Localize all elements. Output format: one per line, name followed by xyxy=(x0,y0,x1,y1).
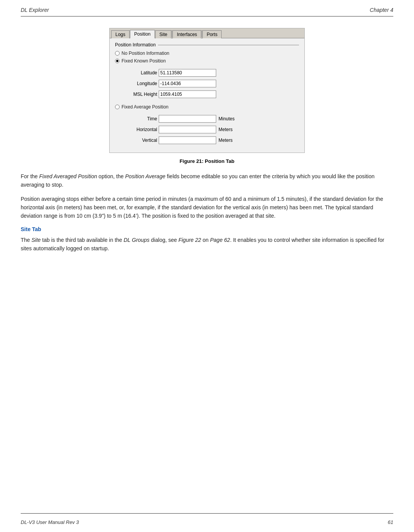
label-vertical: Vertical xyxy=(123,138,157,143)
header-right: Chapter 4 xyxy=(370,7,393,13)
site-tab-heading: Site Tab xyxy=(21,226,393,232)
input-latitude[interactable] xyxy=(159,69,216,77)
radio-circle-fixed-average[interactable] xyxy=(115,105,120,109)
label-longitude: Longitude xyxy=(123,81,157,86)
input-msl-height[interactable] xyxy=(159,90,216,98)
italic-fixed-averaged-position: Fixed Averaged Position xyxy=(39,173,97,179)
radio-circle-fixed-known[interactable] xyxy=(115,59,120,63)
input-horizontal[interactable] xyxy=(159,126,216,133)
radio-label-fixed-average: Fixed Average Position xyxy=(122,104,169,110)
input-time[interactable] xyxy=(159,115,216,123)
para-1: For the Fixed Averaged Position option, … xyxy=(21,172,393,189)
header-left: DL Explorer xyxy=(21,7,49,13)
section-header-position: Position Information xyxy=(115,42,299,48)
tab-separator xyxy=(172,30,172,37)
field-row-longitude: Longitude xyxy=(115,80,299,87)
tab-ports[interactable]: Ports xyxy=(202,30,222,38)
radio-label-fixed-known: Fixed Known Position xyxy=(122,58,166,64)
page-header: DL Explorer Chapter 4 xyxy=(0,0,414,16)
radio-fixed-average[interactable]: Fixed Average Position xyxy=(115,104,299,110)
tab-separator-2 xyxy=(202,30,202,37)
spacer-3 xyxy=(115,112,299,115)
input-longitude[interactable] xyxy=(159,80,216,87)
tab-logs[interactable]: Logs xyxy=(111,30,130,38)
label-time: Time xyxy=(123,116,157,122)
field-row-time: Time Minutes xyxy=(115,115,299,123)
italic-dl-groups: DL Groups xyxy=(124,237,150,243)
footer-left: DL-V3 User Manual Rev 3 xyxy=(21,519,79,525)
footer-right: 61 xyxy=(388,519,393,525)
italic-site: Site xyxy=(31,237,41,243)
figure-caption: Figure 21: Position Tab xyxy=(21,158,393,164)
field-row-msl-height: MSL Height xyxy=(115,90,299,98)
site-tab-para: The Site tab is the third tab available … xyxy=(21,236,393,253)
dialog-body: Position Information No Position Informa… xyxy=(110,38,304,153)
tab-interfaces[interactable]: Interfaces xyxy=(172,30,201,38)
para-2: Position averaging stops either before a… xyxy=(21,195,393,220)
footer-rule xyxy=(21,513,393,514)
radio-label-no-position: No Position Information xyxy=(122,51,169,56)
tabs-row: Logs Position Site Interfaces Ports xyxy=(110,28,304,38)
unit-time: Minutes xyxy=(219,116,235,122)
radio-no-position[interactable]: No Position Information xyxy=(115,51,299,56)
dialog-box: Logs Position Site Interfaces Ports Posi… xyxy=(109,28,305,153)
section-header-label: Position Information xyxy=(115,42,156,48)
page-footer: DL-V3 User Manual Rev 3 61 xyxy=(21,519,393,525)
unit-vertical: Meters xyxy=(219,138,233,143)
tab-position[interactable]: Position xyxy=(130,30,155,38)
radio-fixed-known[interactable]: Fixed Known Position xyxy=(115,58,299,64)
label-horizontal: Horizontal xyxy=(123,127,157,132)
header-rule xyxy=(21,16,393,16)
input-vertical[interactable] xyxy=(159,136,216,144)
spacer-2 xyxy=(115,101,299,104)
unit-horizontal: Meters xyxy=(219,127,233,132)
field-row-latitude: Latitude xyxy=(115,69,299,77)
label-msl-height: MSL Height xyxy=(123,92,157,97)
field-row-vertical: Vertical Meters xyxy=(115,136,299,144)
italic-page-62: Page 62 xyxy=(210,237,230,243)
radio-circle-no-position[interactable] xyxy=(115,51,120,56)
tab-site[interactable]: Site xyxy=(155,30,172,38)
italic-figure-22: Figure 22 xyxy=(178,237,201,243)
spacer-1 xyxy=(115,66,299,69)
label-latitude: Latitude xyxy=(123,70,157,76)
field-row-horizontal: Horizontal Meters xyxy=(115,126,299,133)
main-content: Logs Position Site Interfaces Ports Posi… xyxy=(0,28,414,253)
italic-position-average: Position Average xyxy=(125,173,165,179)
